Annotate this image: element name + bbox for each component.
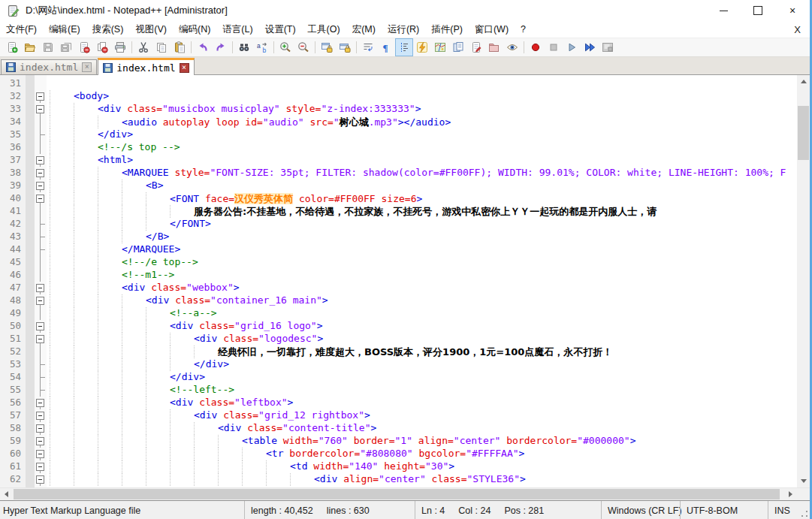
fold-collapse-icon[interactable] <box>36 182 44 190</box>
code-line-text[interactable]: <!--m1--> <box>47 269 797 282</box>
bookmark-margin[interactable] <box>26 243 35 256</box>
scroll-right-icon[interactable] <box>784 488 797 500</box>
code-line-text[interactable]: <MARQUEE style="FONT-SIZE: 35pt; FILTER:… <box>47 167 797 180</box>
bookmark-margin[interactable] <box>26 77 35 90</box>
sync-vertical-scroll-icon[interactable] <box>318 38 336 56</box>
menu-item-e[interactable]: 编辑(E) <box>43 21 86 38</box>
fold-collapse-icon[interactable] <box>36 169 44 177</box>
close-button[interactable]: × <box>775 0 810 21</box>
undo-icon[interactable] <box>194 38 212 56</box>
fold-collapse-icon[interactable] <box>36 297 44 305</box>
bookmark-margin[interactable] <box>26 282 35 294</box>
bookmark-margin[interactable] <box>26 384 35 397</box>
bookmark-margin[interactable] <box>26 90 35 103</box>
bookmark-margin[interactable] <box>26 231 35 243</box>
vertical-scrollbar[interactable] <box>797 75 810 487</box>
fold-collapse-icon[interactable] <box>36 463 44 471</box>
menu-item-p[interactable]: 插件(P) <box>425 21 469 38</box>
menu-item-t[interactable]: 设置(T) <box>259 21 302 38</box>
menu-item-s[interactable]: 搜索(S) <box>86 21 130 38</box>
resize-grip[interactable] <box>798 501 810 519</box>
bookmark-margin[interactable] <box>26 116 35 128</box>
code-line-text[interactable]: <FONT face=汉仪秀英体简 color=#FF00FF size=6> <box>47 192 797 205</box>
bookmark-margin[interactable] <box>26 167 35 180</box>
bookmark-margin[interactable] <box>26 371 35 384</box>
code-line-text[interactable]: <!--/e top--> <box>47 256 797 269</box>
document-map-icon[interactable] <box>431 38 449 56</box>
code-editor[interactable]: 3132<body>33<div class="musicbox musicpl… <box>0 75 797 487</box>
bookmark-margin[interactable] <box>26 180 35 192</box>
folder-as-workspace-icon[interactable] <box>485 38 503 56</box>
fold-collapse-icon[interactable] <box>36 399 44 407</box>
code-line-text[interactable]: <audio autoplay loop id="audio" src="树心城… <box>47 116 797 128</box>
code-line-text[interactable]: <!--left--> <box>47 384 797 397</box>
scroll-down-icon[interactable] <box>797 475 810 487</box>
open-folder-icon[interactable] <box>21 38 39 56</box>
redo-icon[interactable] <box>212 38 230 56</box>
minimize-button[interactable] <box>706 0 741 21</box>
scroll-up-icon[interactable] <box>797 75 810 88</box>
code-line-text[interactable]: 服务器公告:不挂基地，不给待遇，不拉家族，不挂死号，游戏中私密你上ＹＹ一起玩的都… <box>47 205 797 218</box>
bookmark-margin[interactable] <box>26 256 35 269</box>
code-line-text[interactable]: </FONT> <box>47 218 797 231</box>
code-line-text[interactable]: <html> <box>47 154 797 167</box>
find-icon[interactable] <box>235 38 253 56</box>
code-line-text[interactable]: <div class="content-title"> <box>47 422 797 435</box>
tab-1-index.html[interactable]: index.html× <box>1 59 97 74</box>
bookmark-margin[interactable] <box>26 460 35 473</box>
scroll-left-icon[interactable] <box>0 488 13 500</box>
code-line-text[interactable]: <table width="760" border="1" align="cen… <box>47 435 797 448</box>
show-all-characters-icon[interactable]: ¶ <box>377 38 395 56</box>
menu-item-v[interactable]: 视图(V) <box>129 21 173 38</box>
fold-collapse-icon[interactable] <box>36 412 44 420</box>
code-line-text[interactable]: <!--/s top --> <box>47 141 797 154</box>
menu-item-o[interactable]: 工具(O) <box>302 21 346 38</box>
code-line-text[interactable]: <div class="grid_16 logo"> <box>47 320 797 333</box>
code-line-text[interactable]: 经典怀旧，一切靠打，难度超大，BOSS版本，评分1900，1元=100点魔石，永… <box>47 345 797 358</box>
code-line-text[interactable]: <td width="140" height="30"> <box>47 460 797 473</box>
show-indent-guide-icon[interactable] <box>395 38 413 56</box>
menu-item-r[interactable]: 运行(R) <box>382 21 425 38</box>
bookmark-margin[interactable] <box>26 397 35 409</box>
maximize-button[interactable] <box>741 0 775 21</box>
menu-item-n[interactable]: 编码(N) <box>173 21 216 38</box>
fold-collapse-icon[interactable] <box>36 284 44 292</box>
menu-item-w[interactable]: 窗口(W) <box>469 21 515 38</box>
bookmark-margin[interactable] <box>26 435 35 448</box>
code-line-text[interactable]: <div align="center" class="STYLE36"> <box>47 473 797 486</box>
bookmark-margin[interactable] <box>26 154 35 167</box>
bookmark-margin[interactable] <box>26 345 35 358</box>
bookmark-margin[interactable] <box>26 205 35 218</box>
replace-icon[interactable]: ab <box>253 38 271 56</box>
fold-collapse-icon[interactable] <box>36 105 44 113</box>
new-file-icon[interactable] <box>3 38 21 56</box>
code-line-text[interactable]: <div class="musicbox musicplay" style="z… <box>47 103 797 116</box>
start-recording-icon[interactable] <box>527 38 545 56</box>
function-list-icon[interactable] <box>413 38 431 56</box>
code-line-text[interactable]: </div> <box>47 358 797 371</box>
menu-item-m[interactable]: 宏(M) <box>346 21 382 38</box>
fold-collapse-icon[interactable] <box>36 195 44 203</box>
code-line-text[interactable]: <body> <box>47 90 797 103</box>
paste-icon[interactable] <box>171 38 189 56</box>
menu-item-l[interactable]: 语言(L) <box>216 21 258 38</box>
code-line-text[interactable]: <div class="container_16 main"> <box>47 294 797 307</box>
fold-collapse-icon[interactable] <box>36 92 44 101</box>
bookmark-margin[interactable] <box>26 269 35 282</box>
bookmark-margin[interactable] <box>26 294 35 307</box>
bookmark-margin[interactable] <box>26 320 35 333</box>
vertical-scroll-thumb[interactable] <box>798 106 809 160</box>
run-macro-multiple-icon[interactable] <box>581 38 599 56</box>
bookmark-margin[interactable] <box>26 103 35 116</box>
horizontal-scrollbar[interactable] <box>0 487 810 500</box>
code-line-text[interactable]: </div> <box>47 371 797 384</box>
code-line-text[interactable]: <div class="logodesc"> <box>47 333 797 345</box>
code-line-text[interactable]: <B> <box>47 180 797 192</box>
bookmark-margin[interactable] <box>26 333 35 345</box>
bookmark-margin[interactable] <box>26 409 35 422</box>
print-icon[interactable] <box>111 38 129 56</box>
cut-icon[interactable] <box>134 38 152 56</box>
code-line-text[interactable]: <div class="webbox"> <box>47 282 797 294</box>
fold-collapse-icon[interactable] <box>36 475 44 484</box>
bookmark-margin[interactable] <box>26 358 35 371</box>
